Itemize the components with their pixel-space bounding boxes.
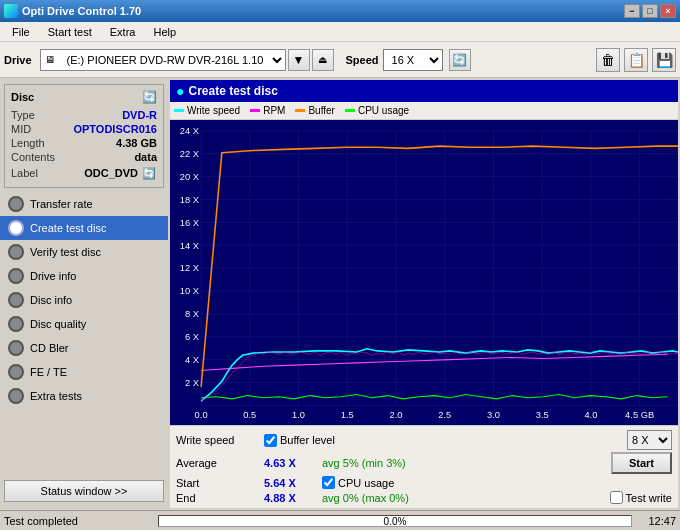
- nav-drive-info[interactable]: Drive info: [0, 264, 168, 288]
- buffer-level-label: Buffer level: [280, 434, 335, 446]
- drive-label: Drive: [4, 54, 32, 66]
- chart-svg: 24 X 22 X 20 X 18 X 16 X 14 X 12 X 10 X …: [170, 120, 678, 425]
- legend-bar: Write speed RPM Buffer CPU usage: [170, 102, 678, 120]
- nav-transfer-rate-label: Transfer rate: [30, 198, 93, 210]
- svg-text:2 X: 2 X: [185, 377, 200, 388]
- cpu-usage-checkbox[interactable]: [322, 476, 335, 489]
- disc-mid-value: OPTODISCR016: [73, 123, 157, 135]
- disc-panel: Disc 🔄 Type DVD-R MID OPTODISCR016 Lengt…: [4, 84, 164, 188]
- disc-length-value: 4.38 GB: [116, 137, 157, 149]
- nav-extra-tests-label: Extra tests: [30, 390, 82, 402]
- nav-disc-quality[interactable]: Disc quality: [0, 312, 168, 336]
- status-window-button[interactable]: Status window >>: [4, 480, 164, 502]
- buffer-level-checkbox-label[interactable]: Buffer level: [264, 434, 335, 447]
- nav-extra-tests[interactable]: Extra tests: [0, 384, 168, 408]
- nav-cd-bler[interactable]: CD Bler: [0, 336, 168, 360]
- avg-detail: avg 5% (min 3%): [322, 457, 406, 469]
- bottom-row-4: End 4.88 X avg 0% (max 0%) Test write: [176, 491, 672, 504]
- nav-cd-bler-icon: [8, 340, 24, 356]
- disc-label-label: Label: [11, 167, 38, 179]
- write-speed-select[interactable]: 8 X 2 X 4 X 12 X 16 X: [627, 430, 672, 450]
- close-button[interactable]: ×: [660, 4, 676, 18]
- test-write-checkbox-label[interactable]: Test write: [610, 491, 672, 504]
- svg-text:14 X: 14 X: [180, 239, 200, 250]
- start-button[interactable]: Start: [611, 452, 672, 474]
- svg-text:18 X: 18 X: [180, 194, 200, 205]
- nav-verify-test-disc[interactable]: Verify test disc: [0, 240, 168, 264]
- status-bar: Test completed 0.0% 12:47: [0, 510, 680, 530]
- nav-transfer-rate[interactable]: Transfer rate: [0, 192, 168, 216]
- disc-refresh-button[interactable]: 🔄: [141, 89, 157, 105]
- drive-arrow-button[interactable]: ▼: [288, 49, 310, 71]
- right-panel: ● Create test disc Write speed RPM Buffe…: [168, 78, 680, 510]
- speed-arrow-button[interactable]: 🔄: [449, 49, 471, 71]
- legend-buffer: Buffer: [295, 105, 335, 116]
- chart-title: Create test disc: [188, 84, 277, 98]
- legend-rpm: RPM: [250, 105, 285, 116]
- nav-disc-info[interactable]: Disc info: [0, 288, 168, 312]
- svg-text:10 X: 10 X: [180, 285, 200, 296]
- legend-write-speed-label: Write speed: [187, 105, 240, 116]
- nav-create-test-disc[interactable]: Create test disc: [0, 216, 168, 240]
- svg-text:20 X: 20 X: [180, 171, 200, 182]
- test-write-checkbox[interactable]: [610, 491, 623, 504]
- chart-header: ● Create test disc: [170, 80, 678, 102]
- title-bar-left: Opti Drive Control 1.70: [4, 4, 141, 18]
- svg-text:12 X: 12 X: [180, 262, 200, 273]
- speed-select[interactable]: 16 X Max 2 X 4 X 8 X 12 X: [383, 49, 443, 71]
- legend-buffer-label: Buffer: [308, 105, 335, 116]
- disc-length-row: Length 4.38 GB: [11, 137, 157, 149]
- nav-section: Transfer rate Create test disc Verify te…: [0, 190, 168, 476]
- start-label: Start: [176, 477, 256, 489]
- menu-help[interactable]: Help: [145, 24, 184, 40]
- legend-cpu-label: CPU usage: [358, 105, 409, 116]
- progress-percent: 0.0%: [384, 516, 407, 527]
- menu-file[interactable]: File: [4, 24, 38, 40]
- nav-verify-test-disc-icon: [8, 244, 24, 260]
- disc-label-value: ODC_DVD: [84, 167, 138, 179]
- eject-button[interactable]: ⏏: [312, 49, 334, 71]
- minimize-button[interactable]: −: [624, 4, 640, 18]
- disc-label-refresh-button[interactable]: 🔄: [141, 165, 157, 181]
- menu-bar: File Start test Extra Help: [0, 22, 680, 42]
- average-label: Average: [176, 457, 256, 469]
- restore-button[interactable]: □: [642, 4, 658, 18]
- menu-extra[interactable]: Extra: [102, 24, 144, 40]
- svg-text:6 X: 6 X: [185, 331, 200, 342]
- nav-fe-te[interactable]: FE / TE: [0, 360, 168, 384]
- disc-panel-header: Disc 🔄: [11, 89, 157, 105]
- erase-button[interactable]: 🗑: [596, 48, 620, 72]
- save-button[interactable]: 💾: [652, 48, 676, 72]
- end-label: End: [176, 492, 256, 504]
- end-detail: avg 0% (max 0%): [322, 492, 409, 504]
- copy-button[interactable]: 📋: [624, 48, 648, 72]
- svg-text:4.5 GB: 4.5 GB: [625, 409, 654, 420]
- drive-select[interactable]: (E:) PIONEER DVD-RW DVR-216L 1.10: [59, 50, 285, 70]
- sidebar: Disc 🔄 Type DVD-R MID OPTODISCR016 Lengt…: [0, 78, 168, 510]
- legend-rpm-dot: [250, 109, 260, 112]
- buffer-level-checkbox[interactable]: [264, 434, 277, 447]
- disc-contents-row: Contents data: [11, 151, 157, 163]
- legend-cpu: CPU usage: [345, 105, 409, 116]
- bottom-row-3: Start 5.64 X CPU usage: [176, 476, 672, 489]
- svg-text:3.0: 3.0: [487, 409, 500, 420]
- nav-drive-info-icon: [8, 268, 24, 284]
- nav-transfer-rate-icon: [8, 196, 24, 212]
- menu-start-test[interactable]: Start test: [40, 24, 100, 40]
- disc-mid-label: MID: [11, 123, 31, 135]
- svg-text:24 X: 24 X: [180, 125, 200, 136]
- disc-contents-label: Contents: [11, 151, 55, 163]
- nav-create-test-disc-icon: [8, 220, 24, 236]
- svg-text:0.0: 0.0: [195, 409, 208, 420]
- status-text: Test completed: [4, 515, 154, 527]
- main-content: Disc 🔄 Type DVD-R MID OPTODISCR016 Lengt…: [0, 78, 680, 510]
- title-bar: Opti Drive Control 1.70 − □ ×: [0, 0, 680, 22]
- status-time: 12:47: [636, 515, 676, 527]
- svg-text:8 X: 8 X: [185, 308, 200, 319]
- cpu-usage-checkbox-label[interactable]: CPU usage: [322, 476, 394, 489]
- disc-mid-row: MID OPTODISCR016: [11, 123, 157, 135]
- average-value: 4.63 X: [264, 457, 314, 469]
- legend-buffer-dot: [295, 109, 305, 112]
- progress-bar-container: 0.0%: [158, 515, 632, 527]
- legend-rpm-label: RPM: [263, 105, 285, 116]
